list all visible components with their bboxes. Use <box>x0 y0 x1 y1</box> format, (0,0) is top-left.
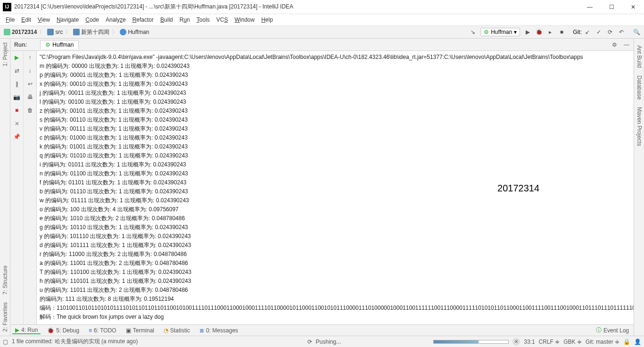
run-tab[interactable]: ⚙ Huffman <box>40 40 79 49</box>
up-icon[interactable]: ↑ <box>25 53 35 62</box>
menu-run[interactable]: Run <box>177 16 193 24</box>
revert-icon[interactable]: ↶ <box>616 27 627 37</box>
history-icon[interactable]: ⟳ <box>605 27 615 37</box>
stop-button[interactable]: ■ <box>556 27 567 37</box>
menu-navigate[interactable]: Navigate <box>54 16 82 24</box>
maximize-button[interactable]: ☐ <box>601 0 622 14</box>
bottom-toolwindow-bar: ▶4: Run 🐞5: Debug ≡6: TODO ▣Terminal ◔St… <box>10 324 634 336</box>
trash-icon[interactable]: 🗑 <box>25 106 35 115</box>
console-line: w 的编码为: 01111 出现次数为: 1 出现概率为: 0.02439024… <box>40 196 631 205</box>
progress-bar <box>433 340 509 344</box>
folder-icon <box>73 29 80 35</box>
gear-icon[interactable]: ⚙ <box>609 40 619 50</box>
console-line: m 的编码为: 00000 出现次数为: 1 出现概率为: 0.02439024… <box>40 62 631 71</box>
console-line: h 的编码为: 110101 出现次数为: 1 出现概率为: 0.0243902… <box>40 277 631 286</box>
right-toolwindow-bar: Ant Build Database Maven Projects <box>634 39 644 336</box>
console-line: n 的编码为: 01100 出现次数为: 1 出现概率为: 0.02439024… <box>40 169 631 178</box>
tab-ant[interactable]: Ant Build <box>635 41 644 72</box>
tab-terminal[interactable]: ▣Terminal <box>123 327 157 334</box>
pin-icon[interactable]: 📌 <box>12 132 22 141</box>
console-line: T 的编码为: 110100 出现次数为: 1 出现概率为: 0.0243902… <box>40 268 631 277</box>
menu-analyze[interactable]: Analyze <box>103 16 129 24</box>
update-icon[interactable]: ↙ <box>582 27 593 37</box>
cancel-icon[interactable]: ✕ <box>512 338 520 346</box>
console-cmd: "C:\Program Files\Java\jdk-9.0.4\bin\jav… <box>40 53 631 62</box>
debug-button[interactable]: 🐞 <box>534 27 544 37</box>
terminal-icon: ▣ <box>126 327 131 334</box>
run-toolbar-right: ↑ ↓ ↩ 🖶 🗑 <box>24 51 37 324</box>
git-branch[interactable]: Git: master ≑ <box>586 339 619 345</box>
app-logo-icon: IJ <box>3 3 11 11</box>
menu-code[interactable]: Code <box>83 16 102 24</box>
menu-window[interactable]: Window <box>231 16 257 24</box>
tab-structure[interactable]: 7: Structure <box>1 262 9 298</box>
menu-tools[interactable]: Tools <box>194 16 213 24</box>
status-pushing: Pushing... <box>316 339 341 345</box>
console-line: i 的编码为: 01011 出现次数为: 1 出现概率为: 0.02439024… <box>40 160 631 169</box>
minimize-button[interactable]: — <box>579 0 601 14</box>
tab-statistic[interactable]: ◔Statistic <box>161 327 193 334</box>
encoding[interactable]: GBK ≑ <box>563 339 582 345</box>
wrap-icon[interactable]: ↩ <box>25 79 35 89</box>
console-line: p 的编码为: 00001 出现次数为: 1 出现概率为: 0.02439024… <box>40 71 631 80</box>
left-toolwindow-bar: 1: Project 7: Structure 2: Favorites <box>0 39 10 336</box>
info-icon: ⓘ <box>596 326 602 334</box>
menu-file[interactable]: File <box>3 16 17 24</box>
run-icon: ⚙ <box>484 29 489 35</box>
console-line: j 的编码为: 00011 出现次数为: 1 出现概率为: 0.02439024… <box>40 89 631 98</box>
lock-icon[interactable]: 🔒 <box>623 339 630 345</box>
class-icon <box>120 29 126 35</box>
pause-button[interactable]: ‖ <box>12 79 22 89</box>
console-output[interactable]: "C:\Program Files\Java\jdk-9.0.4\bin\jav… <box>37 51 634 324</box>
menu-help[interactable]: Help <box>258 16 276 24</box>
minimize-panel-icon[interactable]: — <box>621 40 632 50</box>
console-line: g 的编码为: 10110 出现次数为: 1 出现概率为: 0.02439024… <box>40 223 631 232</box>
console-line: z 的编码为: 00101 出现次数为: 1 出现概率为: 0.02439024… <box>40 107 631 116</box>
caret-position[interactable]: 33:1 <box>524 339 535 345</box>
tab-maven[interactable]: Maven Projects <box>635 103 644 150</box>
hide-panels-icon[interactable]: ▢ <box>3 339 8 345</box>
stop-button[interactable]: ■ <box>12 106 22 115</box>
git-label: Git: <box>573 29 582 35</box>
console-line: 的编码为: 111 出现次数为: 8 出现概率为: 0.19512194 <box>40 295 631 304</box>
camera-icon[interactable]: 📷 <box>12 92 22 102</box>
run-config-select[interactable]: ⚙ Huffman ▾ <box>480 28 520 36</box>
tab-todo[interactable]: ≡6: TODO <box>86 327 119 334</box>
tab-eventlog[interactable]: ⓘEvent Log <box>593 326 632 334</box>
console-line: c 的编码为: 01000 出现次数为: 1 出现概率为: 0.02439024… <box>40 133 631 142</box>
rerun-button[interactable]: ▶ <box>12 53 22 62</box>
chevron-down-icon: ▾ <box>514 29 517 35</box>
tab-database[interactable]: Database <box>635 72 644 103</box>
titlebar: IJ 20172314 [C:\Users\lenovo\IdeaProject… <box>0 0 644 14</box>
console-line: q 的编码为: 01010 出现次数为: 1 出现概率为: 0.02439024… <box>40 151 631 160</box>
print-icon[interactable]: 🖶 <box>25 92 35 102</box>
toggle-button[interactable]: ⇄ <box>12 66 22 75</box>
line-ending[interactable]: CRLF ≑ <box>539 339 560 345</box>
close-button[interactable]: ✕ <box>622 0 644 14</box>
console-line: d 的编码为: 101111 出现次数为: 1 出现概率为: 0.0243902… <box>40 241 631 250</box>
hector-icon[interactable]: 👤 <box>634 339 641 345</box>
tab-messages[interactable]: ≣0: Messages <box>197 327 241 334</box>
console-line: k 的编码为: 01001 出现次数为: 1 出现概率为: 0.02439024… <box>40 142 631 151</box>
console-line: e 的编码为: 1010 出现次数为: 2 出现概率为: 0.048780486 <box>40 214 631 223</box>
tab-project[interactable]: 1: Project <box>1 39 9 70</box>
folder-icon <box>4 29 10 35</box>
down-icon[interactable]: ↓ <box>25 66 35 75</box>
tab-run[interactable]: ▶4: Run <box>12 327 41 334</box>
exit-button[interactable]: ⤬ <box>12 119 22 128</box>
back-icon[interactable]: ↘ <box>468 27 478 37</box>
coverage-button[interactable]: ▸ <box>545 27 555 37</box>
breadcrumb[interactable]: 20172314〉 src〉 新第十四周〉 Huffman <box>2 28 151 36</box>
menu-build[interactable]: Build <box>157 16 176 24</box>
commit-icon[interactable]: ✓ <box>594 27 604 37</box>
run-button[interactable]: ▶ <box>522 27 533 37</box>
menu-view[interactable]: View <box>35 16 53 24</box>
menu-refactor[interactable]: Refactor <box>130 16 157 24</box>
menu-vcs[interactable]: VCS <box>214 16 231 24</box>
search-icon[interactable]: 🔍 <box>631 27 642 37</box>
watermark: 20172314 <box>497 183 539 194</box>
run-panel-header: Run: ⚙ Huffman ⚙ — <box>10 39 634 51</box>
tab-debug[interactable]: 🐞5: Debug <box>44 327 82 334</box>
menu-edit[interactable]: Edit <box>18 16 34 24</box>
tab-favorites[interactable]: 2: Favorites <box>1 298 9 336</box>
